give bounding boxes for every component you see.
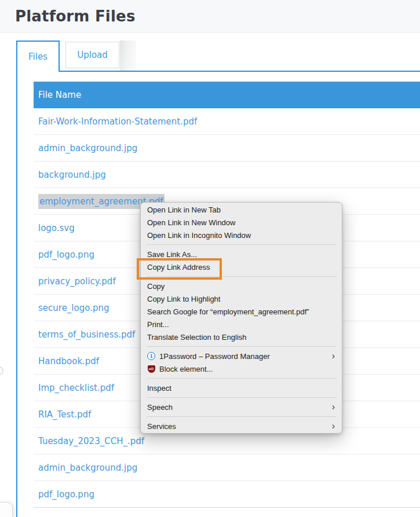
menu-item-translate-selection[interactable]: Translate Selection to English — [141, 331, 342, 343]
ublock-shield-icon: uO — [147, 365, 155, 373]
tab-overflow-shadow — [120, 41, 136, 72]
page-title: Platform Files — [15, 8, 136, 25]
table-row: Fair-Work-Information-Statement.pdf — [34, 108, 420, 135]
bottom-left-corner-artifact — [0, 502, 13, 517]
file-link[interactable]: Handbook.pdf — [38, 356, 99, 366]
menu-item-services[interactable]: Services › — [141, 420, 342, 432]
menu-item-block-element[interactable]: uO Block element... — [141, 362, 342, 375]
menu-item-copy[interactable]: Copy — [141, 280, 342, 292]
file-link[interactable]: admin_background.jpg — [38, 463, 137, 473]
file-link[interactable]: admin_background.jpg — [38, 143, 137, 153]
file-name-column-header: File Name — [38, 90, 81, 100]
menu-separator — [147, 397, 336, 398]
page-header: Platform Files — [0, 0, 420, 33]
menu-item-label: Speech — [147, 403, 173, 412]
tab-panel-top-border — [16, 71, 420, 72]
file-link[interactable]: Imp_checklist.pdf — [38, 383, 114, 393]
menu-item-label: Copy — [147, 282, 165, 291]
table-header: File Name — [34, 82, 420, 108]
menu-separator — [147, 416, 336, 417]
menu-item-label: Translate Selection to English — [147, 333, 247, 342]
tab-upload-label: Upload — [77, 50, 108, 60]
menu-item-label: Open Link in Incognito Window — [147, 231, 251, 240]
menu-item-label: Inspect — [147, 384, 171, 393]
table-row: admin_background.jpg — [34, 454, 420, 481]
context-menu: Open Link in New Tab Open Link in New Wi… — [140, 202, 342, 434]
file-link[interactable]: terms_of_business.pdf — [38, 329, 135, 340]
menu-item-label: Services — [147, 422, 176, 431]
file-link[interactable]: pdf_logo.png — [38, 489, 94, 500]
menu-item-label: Open Link in New Tab — [147, 206, 221, 214]
menu-separator — [147, 378, 336, 379]
menu-item-inspect[interactable]: Inspect — [141, 382, 342, 394]
file-link[interactable]: background.jpg — [38, 170, 106, 180]
menu-item-open-link-incognito[interactable]: Open Link in Incognito Window — [141, 229, 342, 241]
submenu-chevron-icon: › — [332, 352, 335, 360]
menu-item-label: Open Link in New Window — [147, 218, 235, 227]
tab-files[interactable]: Files — [16, 41, 60, 72]
submenu-chevron-icon: › — [332, 403, 335, 411]
tab-files-label: Files — [28, 52, 48, 62]
menu-item-speech[interactable]: Speech › — [141, 401, 342, 413]
left-edge-artifact — [0, 366, 3, 375]
tab-panel-left-border — [16, 71, 17, 517]
file-link[interactable]: secure_logo.png — [38, 303, 109, 313]
menu-item-search-google[interactable]: Search Google for “employment_agreement.… — [141, 305, 342, 318]
menu-separator — [147, 346, 336, 347]
file-link[interactable]: RIA_Test.pdf — [38, 409, 91, 420]
file-link[interactable]: Tuesday_2023_CCH_.pdf — [38, 436, 144, 446]
menu-item-open-link-new-tab[interactable]: Open Link in New Tab — [141, 203, 342, 216]
menu-item-label: Print... — [147, 320, 169, 329]
menu-item-label: Block element... — [159, 365, 213, 373]
submenu-chevron-icon: › — [332, 422, 335, 430]
menu-item-print[interactable]: Print... — [141, 318, 342, 331]
table-row: admin_background.jpg — [34, 135, 420, 162]
file-link[interactable]: Fair-Work-Information-Statement.pdf — [38, 116, 197, 127]
file-link[interactable]: privacy_policy.pdf — [38, 276, 116, 287]
menu-item-label: 1Password – Password Manager — [159, 352, 270, 361]
menu-item-1password[interactable]: 1 1Password – Password Manager › — [141, 350, 342, 362]
menu-item-label: Search Google for “employment_agreement.… — [147, 307, 309, 316]
tab-upload[interactable]: Upload — [65, 42, 119, 68]
menu-item-label: Save Link As... — [147, 250, 197, 259]
menu-item-copy-link-to-highlight[interactable]: Copy Link to Highlight — [141, 292, 342, 305]
menu-item-label: Copy Link to Highlight — [147, 295, 220, 303]
annotation-highlight-box — [137, 258, 222, 280]
file-link[interactable]: logo.svg — [38, 223, 75, 233]
1password-icon: 1 — [147, 352, 155, 360]
table-row: background.jpg — [34, 162, 420, 188]
menu-separator — [147, 244, 336, 245]
table-row: pdf_logo.png — [34, 481, 420, 508]
menu-item-open-link-new-window[interactable]: Open Link in New Window — [141, 216, 342, 229]
file-link[interactable]: pdf_logo.png — [38, 250, 94, 260]
